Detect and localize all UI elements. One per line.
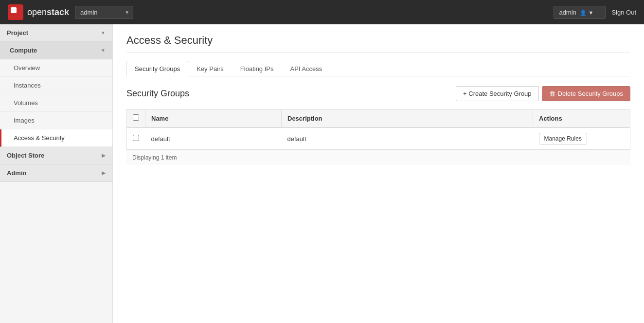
user-icon: 👤 ▼ <box>580 10 593 16</box>
object-store-arrow-icon: ▶ <box>102 153 106 158</box>
manage-rules-button[interactable]: Manage Rules <box>539 133 587 144</box>
logo-text: openstack <box>27 7 69 18</box>
user-dropdown[interactable]: admin 👤 ▼ <box>554 6 606 19</box>
row-name: default <box>145 127 282 150</box>
tab-key-pairs[interactable]: Key Pairs <box>188 61 232 76</box>
displaying-text: Displaying 1 item <box>126 150 630 165</box>
admin-arrow-icon: ▶ <box>102 170 106 176</box>
sidebar-item-images[interactable]: Images <box>0 112 112 129</box>
sign-out-button[interactable]: Sign Out <box>611 9 636 16</box>
user-dropdown-value: admin <box>559 9 576 16</box>
admin-header[interactable]: Admin ▶ <box>0 164 112 182</box>
row-checkbox[interactable] <box>133 135 139 141</box>
table-header-row: Name Description Actions <box>127 109 630 128</box>
header-left: openstack admin ▼ <box>8 4 133 20</box>
sidebar: Project ▼ Compute ▼ Overview Instances V… <box>0 24 113 323</box>
table-row: default default Manage Rules <box>127 127 630 150</box>
compute-section: Compute ▼ Overview Instances Volumes Ima… <box>0 42 112 147</box>
row-description: default <box>282 127 533 150</box>
select-all-checkbox[interactable] <box>133 114 139 121</box>
compute-label: Compute <box>10 47 37 54</box>
compute-header[interactable]: Compute ▼ <box>0 42 112 59</box>
table-header-actions: Actions <box>533 109 630 128</box>
logo-stack: stack <box>47 7 69 17</box>
main-content: Access & Security Security Groups Key Pa… <box>113 24 644 323</box>
logo-icon <box>8 4 23 20</box>
compute-arrow-icon: ▼ <box>101 48 106 53</box>
project-label: Project <box>7 29 28 36</box>
logo: openstack <box>8 4 69 20</box>
header-right: admin 👤 ▼ Sign Out <box>554 6 636 19</box>
object-store-header[interactable]: Object Store ▶ <box>0 147 112 164</box>
action-buttons: + Create Security Group 🗑 Delete Securit… <box>456 86 630 101</box>
table-header-checkbox <box>127 109 145 128</box>
table-header-description: Description <box>282 109 533 128</box>
security-groups-table: Name Description Actions <box>126 109 630 150</box>
project-dropdown-wrapper: admin ▼ <box>75 6 133 19</box>
security-groups-section: Security Groups + Create Security Group … <box>126 86 630 165</box>
tabs: Security Groups Key Pairs Floating IPs A… <box>126 61 630 76</box>
tab-security-groups[interactable]: Security Groups <box>126 61 188 76</box>
table-header-name: Name <box>145 109 282 128</box>
delete-label: Delete Security Groups <box>558 90 623 97</box>
section-header: Security Groups + Create Security Group … <box>126 86 630 101</box>
sidebar-item-access-security[interactable]: Access & Security <box>0 129 112 147</box>
tab-floating-ips[interactable]: Floating IPs <box>232 61 282 76</box>
logo-open: open <box>27 7 47 17</box>
layout: Project ▼ Compute ▼ Overview Instances V… <box>0 24 644 323</box>
tab-api-access[interactable]: API Access <box>282 61 331 76</box>
project-dropdown[interactable]: admin <box>75 6 133 19</box>
delete-security-groups-button[interactable]: 🗑 Delete Security Groups <box>542 86 630 101</box>
sidebar-item-overview[interactable]: Overview <box>0 59 112 77</box>
page-title: Access & Security <box>126 34 630 53</box>
header: openstack admin ▼ admin 👤 ▼ Sign Out <box>0 0 644 24</box>
sidebar-project-header[interactable]: Project ▼ <box>0 24 112 42</box>
user-dropdown-wrapper: admin 👤 ▼ <box>554 6 606 19</box>
row-checkbox-cell <box>127 127 145 150</box>
object-store-label: Object Store <box>7 152 44 159</box>
create-security-group-button[interactable]: + Create Security Group <box>456 86 539 101</box>
row-actions: Manage Rules <box>533 127 630 150</box>
trash-icon: 🗑 <box>549 90 555 97</box>
admin-label: Admin <box>7 169 26 177</box>
sidebar-item-volumes[interactable]: Volumes <box>0 94 112 112</box>
project-arrow-icon: ▼ <box>101 30 106 36</box>
sidebar-item-instances[interactable]: Instances <box>0 77 112 94</box>
section-title: Security Groups <box>126 89 189 99</box>
